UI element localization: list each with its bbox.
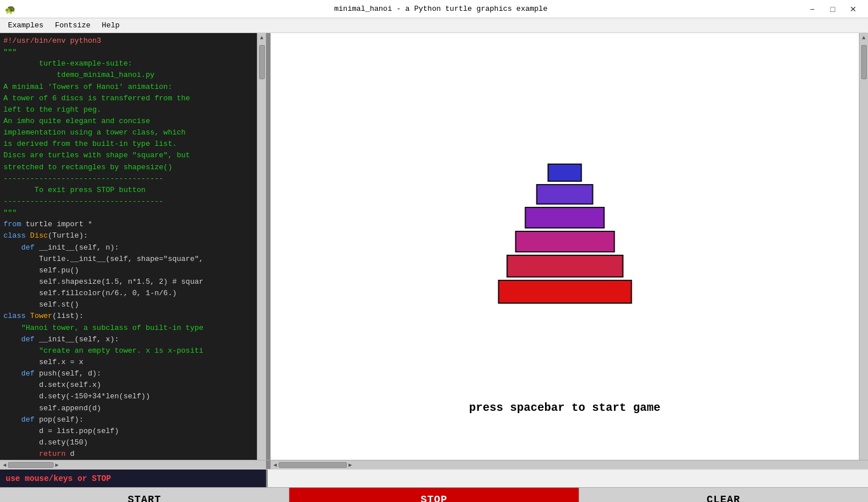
code-line: return d [3, 448, 257, 460]
code-line: self.fillcolor(n/6., 0, 1-n/6.) [3, 288, 257, 299]
code-line: def push(self, d): [3, 368, 257, 379]
code-content: #!/usr/bin/env python3""" turtle-example… [3, 35, 257, 460]
bottom-bar: START STOP CLEAR [0, 487, 868, 502]
start-button[interactable]: START [0, 487, 289, 502]
vscroll-up-arrow[interactable]: ▲ [260, 33, 263, 43]
code-line: An imho quite elegant and concise [3, 116, 257, 127]
code-line: is derived from the built-in type list. [3, 138, 257, 150]
code-line: self.shapesize(1.5, n*1.5, 2) # squar [3, 276, 257, 288]
hscroll-left-thumb[interactable] [8, 462, 54, 468]
vscroll-thumb[interactable] [259, 45, 265, 79]
code-line: To exit press STOP button [3, 185, 257, 196]
code-line: A minimal 'Towers of Hanoi' animation: [3, 81, 257, 93]
menu-fontsize[interactable]: Fontsize [49, 20, 96, 31]
minimize-button[interactable]: − [804, 3, 820, 15]
maximize-button[interactable]: □ [825, 3, 841, 15]
status-right [268, 470, 868, 487]
code-line: "Hanoi tower, a subclass of built-in typ… [3, 323, 257, 334]
code-line: ------------------------------------ [3, 173, 257, 185]
code-line: self.append(d) [3, 403, 257, 414]
game-message: press spacebar to start game [469, 401, 660, 414]
code-line: from turtle import * [3, 219, 257, 230]
code-line: def __init__(self, n): [3, 242, 257, 254]
code-line: A tower of 6 discs is transferred from t… [3, 93, 257, 104]
hscroll-left-arrow[interactable]: ◀ [1, 462, 8, 468]
app-icon: 🐢 [5, 4, 15, 14]
code-line: "create an empty tower. x is x-positi [3, 345, 257, 357]
code-line: self.pu() [3, 265, 257, 276]
code-line: self.x = x [3, 357, 257, 368]
code-line: d.setx(self.x) [3, 379, 257, 391]
code-hscrollbar[interactable]: ◀ ▶ [0, 460, 268, 469]
hanoi-disc [515, 231, 615, 252]
hanoi-disc [525, 207, 605, 228]
status-left: use mouse/keys or STOP [0, 470, 268, 487]
code-line: turtle-example-suite: [3, 58, 257, 70]
code-line: def __init__(self, x): [3, 334, 257, 345]
code-pane: #!/usr/bin/env python3""" turtle-example… [0, 33, 268, 460]
code-line: tdemo_minimal_hanoi.py [3, 70, 257, 81]
canvas-vscroll-up[interactable]: ▲ [862, 33, 865, 43]
code-line: self.st() [3, 299, 257, 311]
canvas-vscroll-thumb[interactable] [861, 45, 867, 79]
canvas-pane: press spacebar to start game ↖ ▲ [271, 33, 868, 460]
code-line: Discs are turtles with shape "square", b… [3, 150, 257, 161]
status-text: use mouse/keys or STOP [6, 474, 111, 483]
hanoi-disc [548, 164, 582, 182]
code-line: """ [3, 47, 257, 58]
hanoi-disc [537, 184, 593, 205]
code-line: class Disc(Turtle): [3, 230, 257, 242]
window-title: minimal_hanoi - a Python turtle graphics… [18, 5, 863, 13]
hanoi-disc [498, 280, 632, 304]
code-line: Turtle.__init__(self, shape="square", [3, 254, 257, 265]
code-line: def pop(self): [3, 414, 257, 426]
code-line: ------------------------------------ [3, 196, 257, 207]
canvas-hscroll-left[interactable]: ◀ [272, 462, 279, 468]
canvas-hscrollbar[interactable]: ◀ ▶ [271, 460, 868, 469]
code-line: stretched to rectangles by shapesize() [3, 162, 257, 173]
menu-bar: Examples Fontsize Help [0, 18, 868, 33]
code-line: left to the right peg. [3, 104, 257, 116]
canvas-hscroll-thumb[interactable] [279, 462, 347, 468]
code-line: d = list.pop(self) [3, 426, 257, 437]
hanoi-tower [498, 164, 632, 304]
menu-examples[interactable]: Examples [2, 20, 49, 31]
code-line: d.sety(150) [3, 437, 257, 448]
menu-help[interactable]: Help [96, 20, 125, 31]
code-line: """ [3, 207, 257, 219]
stop-button[interactable]: STOP [289, 487, 579, 502]
title-bar: 🐢 minimal_hanoi - a Python turtle graphi… [0, 0, 868, 18]
code-line: class Tower(list): [3, 311, 257, 322]
hscroll-right-arrow[interactable]: ▶ [54, 462, 60, 468]
code-line: #!/usr/bin/env python3 [3, 35, 257, 47]
turtle-canvas: press spacebar to start game ↖ [271, 33, 859, 460]
canvas-hscroll-right[interactable]: ▶ [347, 462, 354, 468]
code-line: implementation using a tower class, whic… [3, 127, 257, 138]
code-line: d.sety(-150+34*len(self)) [3, 391, 257, 402]
canvas-vscrollbar[interactable]: ▲ [859, 33, 868, 460]
code-vscrollbar[interactable]: ▲ [257, 33, 266, 460]
h-scrollbar-area: ◀ ▶ ◀ ▶ [0, 460, 868, 469]
hanoi-disc [506, 255, 623, 277]
window-controls: − □ ✕ [804, 3, 861, 15]
close-button[interactable]: ✕ [845, 3, 861, 15]
clear-button[interactable]: CLEAR [579, 487, 868, 502]
status-bar: use mouse/keys or STOP [0, 469, 868, 487]
